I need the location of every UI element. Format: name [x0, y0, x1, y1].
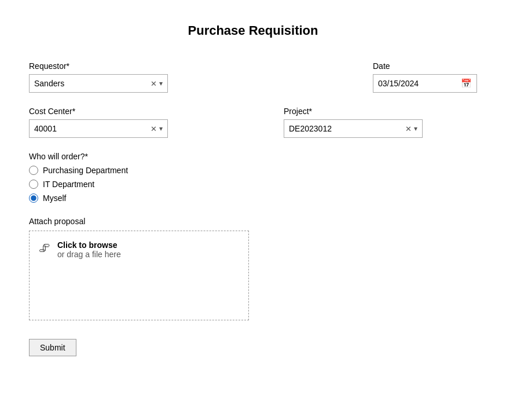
project-group: Project* DE2023012 ✕ ▾: [284, 107, 423, 138]
cost-center-select[interactable]: 40001 ✕ ▾: [29, 119, 168, 138]
who-will-order-label: Who will order?*: [29, 152, 477, 161]
radio-purchasing-label: Purchasing Department: [43, 166, 128, 175]
drop-zone-text: Click to browse or drag a file here: [57, 240, 121, 259]
date-label: Date: [373, 61, 477, 71]
project-chevron-icon[interactable]: ▾: [414, 125, 417, 133]
radio-myself-input[interactable]: [29, 193, 38, 203]
radio-it-label: IT Department: [43, 180, 94, 189]
cost-center-group: Cost Center* 40001 ✕ ▾: [29, 107, 168, 138]
requestor-chevron-icon[interactable]: ▾: [159, 79, 163, 87]
radio-purchasing[interactable]: Purchasing Department: [29, 166, 477, 175]
project-value: DE2023012: [289, 124, 405, 133]
project-clear-icon[interactable]: ✕: [405, 125, 412, 133]
page-title: Purchase Requisition: [29, 23, 477, 38]
row-cost-project: Cost Center* 40001 ✕ ▾ Project* DE202301…: [29, 107, 477, 138]
date-input[interactable]: 03/15/2024 📅: [373, 74, 477, 93]
date-value: 03/15/2024: [378, 79, 456, 88]
cost-center-label: Cost Center*: [29, 107, 168, 116]
cost-center-value: 40001: [34, 124, 151, 133]
requestor-group: Requestor* Sanders ✕ ▾: [29, 61, 168, 93]
requestor-select[interactable]: Sanders ✕ ▾: [29, 74, 168, 93]
radio-it-input[interactable]: [29, 180, 38, 189]
main-window: Purchase Requisition Requestor* Sanders …: [0, 0, 506, 420]
project-label: Project*: [284, 107, 423, 116]
paperclip-icon: 🖇: [39, 242, 50, 255]
radio-it[interactable]: IT Department: [29, 180, 477, 189]
submit-button[interactable]: Submit: [29, 339, 76, 356]
cost-center-chevron-icon[interactable]: ▾: [159, 125, 163, 133]
requestor-value: Sanders: [34, 79, 151, 88]
row-requestor-date: Requestor* Sanders ✕ ▾ Date 03/15/2024 📅: [29, 61, 477, 93]
calendar-icon[interactable]: 📅: [461, 78, 472, 89]
attach-proposal-label: Attach proposal: [29, 217, 477, 226]
drop-zone[interactable]: 🖇 Click to browse or drag a file here: [29, 231, 249, 320]
drag-text: or drag a file here: [57, 250, 121, 259]
radio-group: Purchasing Department IT Department Myse…: [29, 166, 477, 203]
who-will-order-section: Who will order?* Purchasing Department I…: [29, 152, 477, 203]
click-browse-text: Click to browse: [57, 240, 121, 250]
date-group: Date 03/15/2024 📅: [373, 61, 477, 93]
attach-proposal-section: Attach proposal 🖇 Click to browse or dra…: [29, 217, 477, 320]
cost-center-clear-icon[interactable]: ✕: [151, 125, 157, 133]
radio-myself[interactable]: Myself: [29, 193, 477, 203]
radio-myself-label: Myself: [43, 193, 66, 203]
requestor-clear-icon[interactable]: ✕: [151, 79, 157, 88]
project-select[interactable]: DE2023012 ✕ ▾: [284, 119, 423, 138]
radio-purchasing-input[interactable]: [29, 166, 38, 175]
requestor-label: Requestor*: [29, 61, 168, 71]
